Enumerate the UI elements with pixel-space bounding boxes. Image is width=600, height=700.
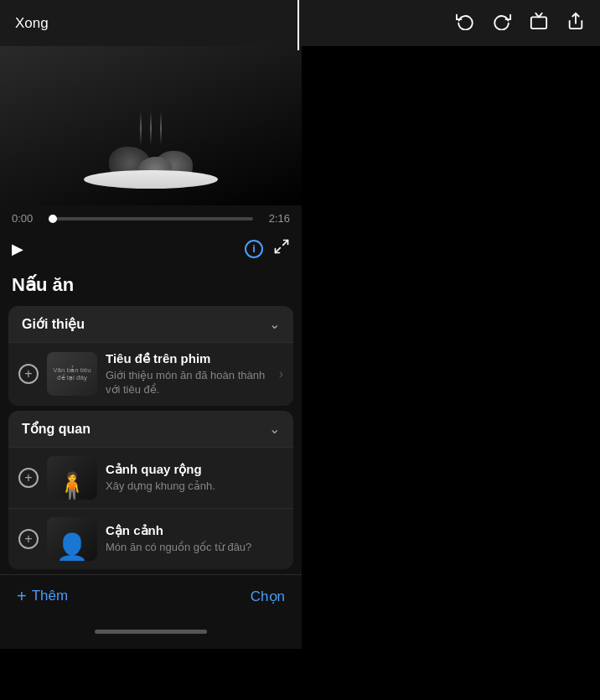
undo-button[interactable]: [456, 12, 474, 34]
app-container: Xong: [0, 0, 600, 649]
clip-0-info: Tiêu đề trên phim Giới thiệu món ăn đã h…: [97, 351, 272, 397]
section-introduction-title: Giới thiệu: [22, 316, 85, 332]
section-overview-chevron: ⌄: [269, 421, 280, 437]
section-introduction-chevron: ⌄: [269, 316, 280, 332]
main-content: 0:00 2:16 ▶ i Nấu ăn G: [0, 46, 302, 649]
section-overview-title: Tổng quan: [22, 421, 91, 437]
header-bar: Xong: [0, 0, 600, 46]
scrubber-cursor: [297, 0, 299, 50]
cooking-scene: [0, 46, 302, 205]
section-introduction: Giới thiệu ⌄ + Văn bản tiêu đề tại đây T…: [8, 306, 293, 406]
header-icons: [456, 12, 585, 34]
plate: [84, 170, 218, 189]
progress-dot: [49, 215, 57, 223]
clip-2-desc: Món ăn có nguồn gốc từ đâu?: [106, 541, 283, 555]
section-overview-header[interactable]: Tổng quan ⌄: [8, 411, 293, 447]
svg-line-3: [276, 248, 281, 253]
add-label: Thêm: [32, 588, 68, 604]
home-indicator: [95, 630, 207, 634]
clip-title-on-film[interactable]: + Văn bản tiêu đề tại đây Tiêu đề trên p…: [8, 342, 293, 406]
add-icon: +: [17, 587, 27, 606]
svg-rect-0: [531, 17, 546, 29]
redo-button[interactable]: [493, 12, 511, 34]
section-overview: Tổng quan ⌄ + 🧍 Cảnh quay rộng Xây dựng …: [8, 411, 293, 569]
clip-1-thumb-bg: 🧍: [47, 456, 97, 500]
info-button[interactable]: i: [245, 240, 263, 258]
steam-effect: [0, 111, 302, 145]
clip-2-title: Cận cảnh: [106, 523, 283, 538]
progress-track[interactable]: [49, 217, 253, 220]
video-thumbnail: [0, 46, 302, 205]
share-button[interactable]: [566, 12, 585, 34]
play-button[interactable]: ▶: [12, 240, 23, 258]
person-silhouette-full: 🧍: [55, 473, 89, 500]
person-silhouette-head: 👤: [55, 534, 89, 561]
video-preview: 0:00 2:16 ▶ i: [0, 46, 302, 266]
steam-line-3: [160, 111, 162, 145]
bottom-bar: + Thêm Chọn: [0, 574, 302, 618]
steam-line-1: [140, 111, 142, 145]
expand-button[interactable]: [273, 238, 290, 259]
add-clip-0-button[interactable]: +: [18, 364, 39, 384]
clip-0-thumbnail: Văn bản tiêu đề tại đây: [47, 352, 97, 396]
clip-0-desc: Giới thiệu món ăn đã hoàn thành với tiêu…: [106, 369, 272, 397]
clip-0-thumb-bg: Văn bản tiêu đề tại đây: [47, 352, 97, 396]
clip-2-info: Cận cảnh Món ăn có nguồn gốc từ đâu?: [97, 523, 283, 555]
add-button[interactable]: + Thêm: [17, 587, 68, 606]
add-clip-2-button[interactable]: +: [18, 529, 39, 549]
clip-1-info: Cảnh quay rộng Xây dựng khung cảnh.: [97, 462, 283, 494]
clip-2-thumb-bg: 👤: [47, 517, 97, 561]
clip-0-title: Tiêu đề trên phim: [106, 351, 272, 366]
section-introduction-header[interactable]: Giới thiệu ⌄: [8, 306, 293, 342]
clip-2-thumbnail: 👤: [47, 517, 97, 561]
done-button[interactable]: Xong: [15, 15, 49, 32]
time-end: 2:16: [260, 212, 290, 225]
category-title: Nấu ăn: [0, 266, 302, 301]
clip-0-arrow: ›: [279, 366, 283, 381]
add-clip-1-button[interactable]: +: [18, 468, 39, 488]
clip-1-thumbnail: 🧍: [47, 456, 97, 500]
clip-0-thumb-text: Văn bản tiêu đề tại đây: [47, 365, 97, 383]
time-start: 0:00: [12, 212, 42, 225]
clip-close-shot[interactable]: + 👤 Cận cảnh Món ăn có nguồn gốc từ đâu?: [8, 508, 293, 569]
clip-1-title: Cảnh quay rộng: [106, 462, 283, 477]
clip-wide-shot[interactable]: + 🧍 Cảnh quay rộng Xây dựng khung cảnh.: [8, 447, 293, 508]
steam-line-2: [150, 111, 152, 145]
svg-line-2: [283, 241, 288, 246]
timeline-bar: 0:00 2:16: [0, 205, 302, 231]
select-button[interactable]: Chọn: [251, 588, 285, 605]
clip-1-desc: Xây dựng khung cảnh.: [106, 480, 283, 494]
clips-button[interactable]: [530, 12, 548, 34]
controls-bar: ▶ i: [0, 231, 302, 266]
controls-right: i: [245, 238, 290, 259]
